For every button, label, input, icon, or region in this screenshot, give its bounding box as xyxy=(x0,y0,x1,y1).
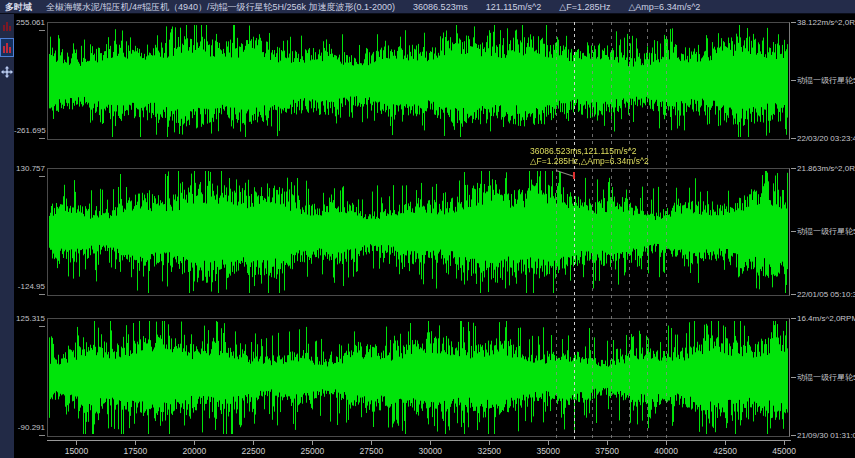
x-axis-tick xyxy=(135,441,136,445)
tool-sidebar xyxy=(0,14,14,458)
tooltip-delta: △F=1.285Hz,△Amp=6.34m/s^2 xyxy=(530,156,649,166)
peak-rpm-label: 38.122m/s^2,0RPM xyxy=(791,19,855,27)
x-tick-label: 32500 xyxy=(477,446,501,456)
x-axis-tick xyxy=(725,441,726,445)
x-axis-tick xyxy=(784,441,785,445)
channel-label: 动辊一级行星轮5H xyxy=(791,374,855,382)
main-cursor-line[interactable] xyxy=(574,22,575,440)
x-axis-tick xyxy=(194,441,195,445)
x-axis-tick xyxy=(548,441,549,445)
y-max-label: 125.315 xyxy=(14,315,45,331)
harmonic-cursor-line[interactable] xyxy=(592,22,593,440)
harmonic-cursor-line[interactable] xyxy=(647,22,648,440)
cursor-marker[interactable] xyxy=(573,172,575,179)
harmonic-cursor-line[interactable] xyxy=(629,22,630,440)
waveform-panel-2: 130.757 -124.95 21.863m/s^2,0RPM 动辊一级行星轮… xyxy=(14,168,855,296)
waveform-chart-active-icon[interactable] xyxy=(0,38,14,57)
x-axis-tick xyxy=(489,441,490,445)
bar-chart-selected-icon xyxy=(2,42,12,54)
y-min-label: -261.695 xyxy=(14,127,45,143)
waveform-plot-2[interactable] xyxy=(47,168,790,296)
cursor-amplitude-readout: 121.115m/s^2 xyxy=(486,0,542,14)
waveform-panel-3: 125.315 -90.291 16.4m/s^2,0RPM 动辊一级行星轮5H… xyxy=(14,318,855,437)
cursor-time-readout: 36086.523ms xyxy=(413,0,468,14)
waveform-plot-3[interactable] xyxy=(47,318,790,437)
x-tick-label: 40000 xyxy=(654,446,678,456)
x-tick-label: 45000 xyxy=(772,446,796,456)
title-bar: 多时域 全椒海螺水泥/辊压机/4#辊压机（4940）/动辊一级行星轮5H/256… xyxy=(0,0,855,14)
timestamp-label: 22/03/20 03:23:42 xyxy=(791,135,855,143)
delta-amplitude-readout: △Amp=6.34m/s^2 xyxy=(628,0,700,14)
x-axis-tick xyxy=(430,441,431,445)
x-axis-tick xyxy=(312,441,313,445)
x-tick-label: 22500 xyxy=(242,446,266,456)
waveform-plot-1[interactable] xyxy=(47,22,790,140)
peak-rpm-label: 21.863m/s^2,0RPM xyxy=(791,165,855,173)
chart-area: 255.061 -261.695 38.122m/s^2,0RPM 动辊一级行星… xyxy=(14,14,855,458)
x-tick-label: 25000 xyxy=(301,446,325,456)
x-tick-label: 20000 xyxy=(183,446,207,456)
x-tick-label: 37500 xyxy=(595,446,619,456)
timestamp-label: 22/01/05 05:10:31 xyxy=(791,291,855,299)
cursor-tooltip: 36086.523ms,121.115m/s^2 △F=1.285Hz,△Amp… xyxy=(530,146,649,166)
x-tick-label: 27500 xyxy=(359,446,383,456)
y-max-label: 255.061 xyxy=(14,19,45,35)
x-tick-label: 30000 xyxy=(418,446,442,456)
x-axis-tick xyxy=(666,441,667,445)
x-axis: 1500017500200002250025000275003000032500… xyxy=(47,440,791,458)
x-tick-label: 15000 xyxy=(65,446,89,456)
channel-label: 动辊一级行星轮5H xyxy=(791,228,855,236)
x-axis-tick xyxy=(76,441,77,445)
bar-chart-icon xyxy=(2,21,12,32)
measurement-path: 全椒海螺水泥/辊压机/4#辊压机（4940）/动辊一级行星轮5H/256k 加速… xyxy=(46,0,395,14)
timestamp-label: 21/09/30 01:31:06 xyxy=(791,432,855,440)
delta-frequency-readout: △F=1.285Hz xyxy=(559,0,610,14)
app-window: 多时域 全椒海螺水泥/辊压机/4#辊压机（4940）/动辊一级行星轮5H/256… xyxy=(0,0,855,458)
x-tick-label: 35000 xyxy=(536,446,560,456)
x-tick-label: 17500 xyxy=(124,446,148,456)
harmonic-cursor-line[interactable] xyxy=(611,22,612,440)
pan-move-tool[interactable] xyxy=(0,63,14,81)
y-min-label: -90.291 xyxy=(14,424,45,440)
y-min-label: -124.95 xyxy=(14,283,45,299)
channel-label: 动辊一级行星轮5H xyxy=(791,77,855,85)
harmonic-cursor-line[interactable] xyxy=(556,22,557,440)
x-axis-tick xyxy=(607,441,608,445)
x-axis-tick xyxy=(253,441,254,445)
x-axis-tick xyxy=(371,441,372,445)
y-max-label: 130.757 xyxy=(14,165,45,181)
harmonic-cursor-line[interactable] xyxy=(666,22,667,440)
move-cross-icon xyxy=(1,66,13,78)
peak-rpm-label: 16.4m/s^2,0RPM xyxy=(791,315,855,323)
waveform-panel-1: 255.061 -261.695 38.122m/s^2,0RPM 动辊一级行星… xyxy=(14,22,855,140)
x-tick-label: 42500 xyxy=(713,446,737,456)
tooltip-time-amp: 36086.523ms,121.115m/s^2 xyxy=(530,146,649,156)
view-mode-label: 多时域 xyxy=(5,0,32,14)
waveform-chart-icon[interactable] xyxy=(0,17,14,35)
